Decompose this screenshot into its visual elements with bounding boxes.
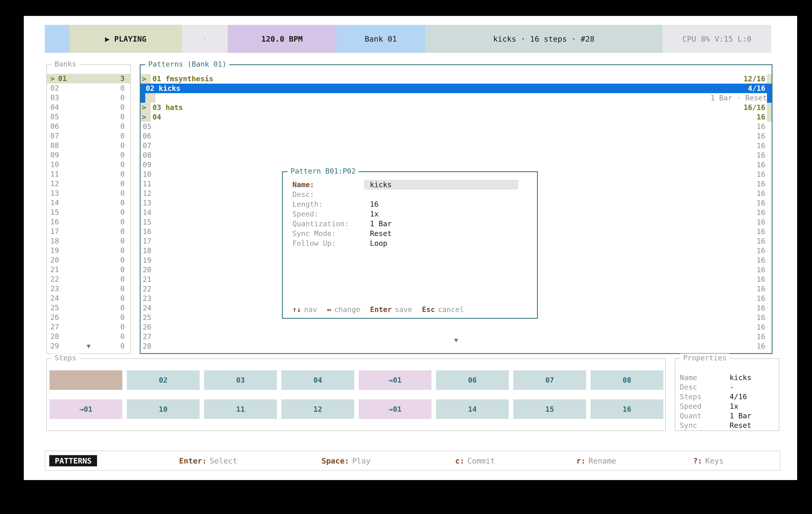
pattern-row[interactable]: 0616 xyxy=(141,131,772,141)
patterns-scrollbar-thumb xyxy=(767,303,772,313)
bank-number: 13 xyxy=(50,188,59,198)
bank-row[interactable]: 170 xyxy=(47,226,130,236)
step-cell-08[interactable]: 08 xyxy=(590,370,663,390)
patterns-scrollbar-thumb[interactable] xyxy=(767,84,772,93)
patterns-scrollbar-thumb xyxy=(767,217,772,227)
bank-pattern-count: 0 xyxy=(120,179,125,188)
pattern-label: 18 xyxy=(143,246,151,255)
key-action: Commit xyxy=(467,456,495,465)
modal-field-length[interactable]: Length:16 xyxy=(283,199,537,209)
bank-row[interactable]: 250 xyxy=(47,303,130,312)
bank-pattern-count: 0 xyxy=(120,246,125,255)
step-cell-16[interactable]: 16 xyxy=(590,399,663,419)
pattern-step-count: 16 xyxy=(757,332,765,341)
pattern-row[interactable]: 2616 xyxy=(141,322,772,332)
bank-row[interactable]: 190 xyxy=(47,246,130,255)
step-cell-02[interactable]: 02 xyxy=(127,370,200,390)
patterns-scrollbar-thumb[interactable] xyxy=(767,74,772,84)
bank-row[interactable]: 100 xyxy=(47,160,130,169)
bank-row[interactable]: 220 xyxy=(47,274,130,284)
bank-row[interactable]: 210 xyxy=(47,265,130,274)
step-cell-11[interactable]: 11 xyxy=(204,399,277,419)
pattern-row[interactable]: 0516 xyxy=(141,122,772,131)
pattern-row[interactable]: >03 hats16/16 xyxy=(141,103,772,112)
patterns-scrollbar-thumb xyxy=(767,294,772,303)
bank-display: Bank 01 xyxy=(336,25,425,53)
current-pattern-display: kicks · 16 steps · #28 xyxy=(425,25,663,53)
pattern-label: 12 xyxy=(143,189,151,198)
key-name: Esc xyxy=(422,305,435,314)
step-cell-01[interactable] xyxy=(50,370,122,390)
field-value: 1x xyxy=(370,209,379,219)
property-value: - xyxy=(730,383,734,392)
bank-row[interactable]: 200 xyxy=(47,255,130,265)
pattern-step-count: 16 xyxy=(757,294,765,303)
step-cell-12[interactable]: 12 xyxy=(281,399,354,419)
modal-field-syncmode[interactable]: Sync Mode:Reset xyxy=(283,229,537,238)
step-cell-04[interactable]: 04 xyxy=(281,370,354,390)
pattern-label: 06 xyxy=(143,131,151,141)
patterns-scrollbar-thumb[interactable] xyxy=(767,103,772,112)
bank-row[interactable]: 090 xyxy=(47,150,130,160)
bank-row[interactable]: 180 xyxy=(47,236,130,246)
pattern-row[interactable]: >01 fmsynthesis12/16 xyxy=(141,74,772,84)
step-cell-13[interactable]: →01 xyxy=(359,399,432,419)
bank-row[interactable]: 120 xyxy=(47,179,130,188)
pattern-row[interactable]: 02 kicks4/16 xyxy=(141,84,772,93)
bank-row[interactable]: >013 xyxy=(47,74,130,83)
bank-row[interactable]: 130 xyxy=(47,188,130,198)
banks-list: >013020030040050060070080090100110120130… xyxy=(47,74,130,351)
commit-marker: > xyxy=(141,74,151,84)
field-label: Follow Up: xyxy=(292,238,364,248)
step-cell-06[interactable]: 06 xyxy=(436,370,509,390)
bank-row[interactable]: 020 xyxy=(47,83,130,93)
step-cell-05[interactable]: →01 xyxy=(359,370,432,390)
step-cell-03[interactable]: 03 xyxy=(204,370,277,390)
bank-row[interactable]: 29▼0 xyxy=(47,341,130,351)
bank-row[interactable]: 140 xyxy=(47,198,130,208)
step-cell-14[interactable]: 14 xyxy=(436,399,509,419)
step-cell-07[interactable]: 07 xyxy=(513,370,586,390)
bank-row[interactable]: 070 xyxy=(47,131,130,141)
bank-row[interactable]: 150 xyxy=(47,208,130,217)
pattern-row[interactable]: 0816 xyxy=(141,150,772,160)
bank-row[interactable]: 270 xyxy=(47,322,130,332)
bank-row[interactable]: 280 xyxy=(47,332,130,341)
step-cell-09[interactable]: →01 xyxy=(50,399,122,419)
bank-row[interactable]: 110 xyxy=(47,169,130,179)
field-label: Speed: xyxy=(292,209,364,219)
modal-field-desc[interactable]: Desc: xyxy=(283,189,537,199)
step-cell-15[interactable]: 15 xyxy=(513,399,586,419)
bank-row[interactable]: 160 xyxy=(47,217,130,226)
step-label: 03 xyxy=(236,376,245,384)
modal-field-name[interactable]: Name:kicks xyxy=(283,180,537,189)
bank-row[interactable]: 060 xyxy=(47,122,130,131)
bank-row[interactable]: 240 xyxy=(47,294,130,303)
bank-pattern-count: 0 xyxy=(120,102,125,112)
modal-field-followup[interactable]: Follow Up:Loop xyxy=(283,238,537,248)
key-hint: ↔change xyxy=(327,305,360,314)
bank-row[interactable]: 050 xyxy=(47,112,130,122)
pattern-row[interactable]: 0716 xyxy=(141,141,772,150)
modal-field-speed[interactable]: Speed:1x xyxy=(283,209,537,219)
bank-row[interactable]: 030 xyxy=(47,93,130,102)
patterns-scrollbar-thumb xyxy=(767,227,772,236)
bank-row[interactable]: 230 xyxy=(47,284,130,294)
pattern-label: 21 xyxy=(143,275,151,284)
property-row: Speed1x xyxy=(675,401,779,411)
field-input[interactable]: kicks xyxy=(364,180,518,189)
pattern-step-count: 16 xyxy=(757,170,765,179)
patterns-scrollbar-thumb[interactable] xyxy=(767,112,772,122)
bank-number: 14 xyxy=(50,198,59,208)
bank-row[interactable]: 260 xyxy=(47,312,130,322)
bank-row[interactable]: 040 xyxy=(47,102,130,112)
bank-number: 24 xyxy=(50,294,59,303)
step-cell-10[interactable]: 10 xyxy=(127,399,200,419)
step-label: →01 xyxy=(80,405,92,414)
bank-pattern-count: 0 xyxy=(120,141,125,150)
modal-field-quantization[interactable]: Quantization:1 Bar xyxy=(283,219,537,229)
pattern-row[interactable]: 0916 xyxy=(141,160,772,170)
bank-row[interactable]: 080 xyxy=(47,141,130,150)
pattern-row[interactable]: >0416 xyxy=(141,112,772,122)
key-action: cancel xyxy=(438,305,464,314)
